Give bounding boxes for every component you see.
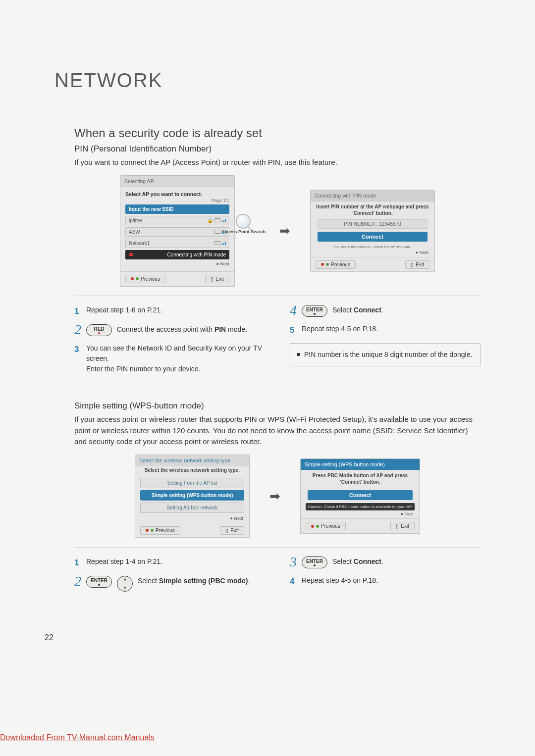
wps-instruction: Press PBC Mode button of AP and press 'C… <box>301 470 420 487</box>
bullet-icon <box>297 353 300 356</box>
magnifier-icon <box>236 214 251 229</box>
previous-button[interactable]: Previous <box>140 526 180 535</box>
page-number: 22 <box>45 633 54 642</box>
osd-selecting-ap: Selecting AP Select AP you want to conne… <box>120 175 235 287</box>
osd-pin-mode: Connecting with PIN mode Insert PIN numb… <box>310 190 435 272</box>
osd-header: Select the wireless network setting type… <box>135 466 249 476</box>
exit-button[interactable]: ▯ Exit <box>205 275 229 283</box>
page-title: NETWORK <box>54 69 481 92</box>
manual-note: For more information, check the AP manua… <box>311 245 434 249</box>
arrow-icon: ➡ <box>276 223 293 239</box>
step-text: Repeat step 4-5 on P.18. <box>302 324 378 334</box>
opt-ap-list[interactable]: Setting from the AP list <box>140 478 244 488</box>
osd-titlebar: Selecting AP <box>120 176 234 187</box>
enter-key: ENTER <box>302 305 327 317</box>
step-text: Connect the acccess point with PIN mode. <box>117 324 247 335</box>
osd-wps-run: Simple setting (WPS-button mode) Press P… <box>300 458 420 534</box>
red-key: RED <box>86 324 112 336</box>
connect-button[interactable]: Connect <box>318 232 428 242</box>
osd-titlebar: Select the wireless network setting type… <box>135 455 249 466</box>
row-ap-network1[interactable]: Network1 <box>125 239 229 248</box>
step-text: Repeat step 4-5 on P.18. <box>302 575 378 586</box>
step-number: 5 <box>290 324 297 337</box>
opt-wps[interactable]: Simple setting (WPS-button mode) <box>140 490 244 501</box>
lock-icon: 🔒 <box>207 218 213 223</box>
page-indicator: Page 1/1 <box>125 198 229 203</box>
enter-key: ENTER <box>302 556 327 568</box>
row-label: Network1 <box>129 241 150 246</box>
step-text: Select Simple setting (PBC mode). <box>138 576 250 586</box>
next-label: Next <box>220 261 229 266</box>
subheading-wps: Simple setting (WPS-button mode) <box>74 401 481 411</box>
exit-button[interactable]: ▯ Exit <box>405 260 429 269</box>
arrow-icon: ➡ <box>267 489 283 504</box>
osd-titlebar: Connecting with PIN mode <box>311 190 434 202</box>
row-ap-asw[interactable]: ASW <box>125 227 229 237</box>
next-label: Next <box>234 516 243 521</box>
exit-button[interactable]: ▯ Exit <box>390 522 415 530</box>
connect-button[interactable]: Connect <box>308 490 413 500</box>
row-label: ASW <box>129 229 140 235</box>
row-label: Input the new SSID <box>129 206 174 212</box>
row-label: Connecting with PIN mode <box>167 252 226 257</box>
intro-text-b: If your access point or wireless router … <box>74 414 481 448</box>
step-number: 1 <box>74 556 81 569</box>
step-text: You can see the Network ID and Security … <box>86 343 265 374</box>
previous-button[interactable]: Previous <box>306 522 346 530</box>
signal-icon <box>214 241 226 245</box>
step-text: Select Connect. <box>332 305 383 315</box>
next-label: Next <box>419 250 428 255</box>
row-ap-iptime[interactable]: iptime 🔒 <box>125 216 229 225</box>
previous-button[interactable]: Previous <box>125 275 165 283</box>
row-input-ssid[interactable]: Input the new SSID <box>125 204 229 214</box>
intro-text-a: If you want to connect the AP (Access Po… <box>74 157 481 168</box>
nav-ring-icon <box>117 576 133 592</box>
section-heading-security: When a security code is already set <box>74 126 481 140</box>
access-point-search[interactable]: Access Point Search <box>221 214 266 235</box>
step-number: 3 <box>74 343 81 356</box>
enter-key: ENTER <box>86 576 112 588</box>
opt-adhoc[interactable]: Setting Ad-hoc network <box>140 503 244 513</box>
step-number: 3 <box>290 556 297 567</box>
note-box: PIN number is the unique 8 digit number … <box>290 343 481 366</box>
osd-wireless-type: Select the wireless network setting type… <box>135 454 250 538</box>
pin-number-display: PIN NUBMER : 12345670 <box>318 219 428 229</box>
subheading-pin: PIN (Personal Identification Number) <box>74 144 481 154</box>
step-number: 4 <box>290 575 297 588</box>
next-label: Next <box>404 511 414 516</box>
osd-subhead: Select AP you want to connect. <box>125 191 229 197</box>
osd-titlebar: Simple setting (WPS-button mode) <box>301 459 420 470</box>
step-number: 2 <box>74 576 81 587</box>
note-text: PIN number is the unique 8 digit number … <box>304 350 472 360</box>
step-number: 4 <box>290 305 297 316</box>
caution-bar: Caution: Check if PBC mode button is ava… <box>306 503 415 510</box>
exit-button[interactable]: ▯ Exit <box>220 526 244 535</box>
row-pin-mode[interactable]: Connecting with PIN mode <box>125 250 229 259</box>
pin-instruction: Insert PIN number at the AP webpage and … <box>311 202 434 218</box>
row-label: iptime <box>129 218 142 223</box>
step-text: Select Connect. <box>332 556 383 567</box>
previous-button[interactable]: Previous <box>316 260 356 269</box>
step-number: 2 <box>74 324 81 335</box>
step-text: Repeat step 1-4 on P.21. <box>86 556 162 567</box>
step-number: 1 <box>74 305 81 318</box>
footer-link[interactable]: Downloaded From TV-Manual.com Manuals <box>0 733 155 742</box>
step-text: Repeat step 1-6 on P.21. <box>86 305 162 315</box>
